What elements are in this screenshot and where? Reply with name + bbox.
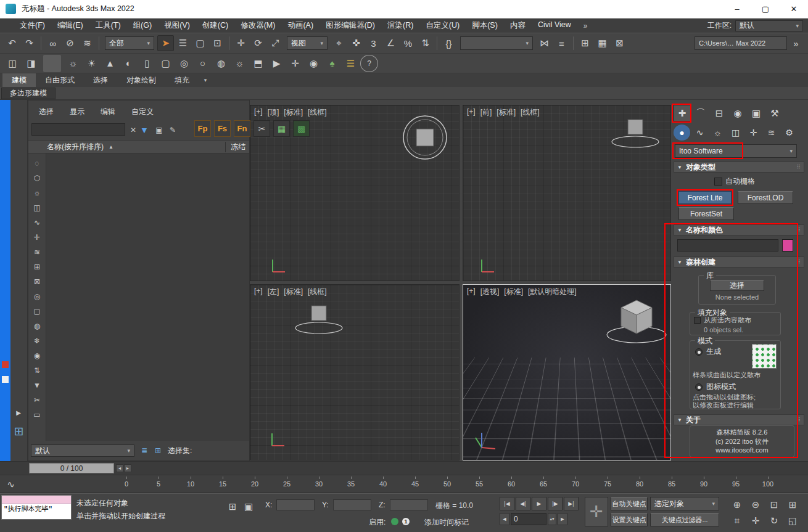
- maximize-viewport-toggle-icon[interactable]: ◱: [783, 513, 802, 529]
- display-none-icon[interactable]: ◌: [31, 156, 43, 171]
- selection-filter-dropdown[interactable]: 全部 ▾: [105, 36, 154, 50]
- next-frame-button[interactable]: |▶: [548, 497, 563, 510]
- grid-view-icon[interactable]: ⊞: [152, 444, 164, 457]
- material-editor-icon[interactable]: ◍: [212, 55, 230, 72]
- ribbon-tab-object-paint[interactable]: 对象绘制: [117, 73, 165, 87]
- viewport-menu-shading[interactable]: [线框]: [308, 287, 327, 297]
- selection-lock-toggle-icon[interactable]: ▣: [242, 499, 255, 515]
- ribbon-tab-selection[interactable]: 选择: [84, 73, 117, 87]
- menu-group[interactable]: 组(G): [127, 20, 159, 31]
- viewport-layout-tabs-icon[interactable]: ⊞: [12, 424, 26, 438]
- render-setup-icon[interactable]: ⬒: [249, 55, 267, 72]
- percent-snap-icon[interactable]: %: [400, 35, 416, 51]
- current-frame-field[interactable]: 0: [511, 513, 546, 525]
- menu-create[interactable]: 创建(C): [196, 20, 234, 31]
- add-time-tag[interactable]: 添加时间标记: [424, 517, 469, 528]
- explorer-tab-edit[interactable]: 编辑: [93, 105, 123, 118]
- key-step-back-button[interactable]: ◄: [500, 513, 509, 525]
- display-materials-icon[interactable]: ◍: [31, 319, 43, 334]
- zoom-icon[interactable]: ⊕: [728, 497, 746, 513]
- create-tab-icon[interactable]: ✚: [674, 105, 691, 121]
- selection-set-dropdown[interactable]: 默认 ▾: [31, 444, 134, 457]
- key-selection-dropdown[interactable]: 选定对象 ▾: [650, 497, 719, 510]
- clear-search-icon[interactable]: ✕: [127, 124, 139, 136]
- expand-panel-arrow-icon[interactable]: ▶: [12, 407, 25, 418]
- viewport-menu-general[interactable]: [+]: [254, 107, 263, 118]
- enable-state-badge[interactable]: 1: [402, 518, 410, 525]
- select-and-scale-icon[interactable]: ⤢: [267, 35, 284, 51]
- display-cameras-icon[interactable]: ◫: [31, 200, 43, 215]
- select-and-rotate-icon[interactable]: ⟳: [250, 35, 266, 51]
- motion-tab-icon[interactable]: ◉: [729, 105, 746, 121]
- display-containers-icon[interactable]: ▢: [31, 304, 43, 319]
- isolate-eye-icon[interactable]: ◉: [305, 55, 323, 72]
- light-lister-icon[interactable]: ☼: [64, 55, 82, 72]
- curve-editor-icon[interactable]: ▦: [594, 35, 611, 51]
- display-lights-icon[interactable]: ☼: [31, 186, 43, 200]
- orbit-icon[interactable]: ↻: [765, 513, 783, 529]
- tab-polygon-modeling[interactable]: 多边形建模: [1, 88, 56, 99]
- align-icon[interactable]: ≡: [553, 35, 570, 51]
- zoom-extents-all-icon[interactable]: ⊞: [783, 497, 802, 513]
- maxscript-mini-listener[interactable]: "执行脚本完毕": [1, 495, 72, 520]
- menu-customize[interactable]: 自定义(U): [419, 20, 466, 31]
- explorer-settings-icon[interactable]: ✎: [167, 124, 179, 136]
- menu-scripting[interactable]: 脚本(S): [466, 20, 504, 31]
- close-button[interactable]: ✕: [780, 0, 808, 18]
- forest-edit-icon[interactable]: ✂: [254, 120, 270, 137]
- display-helpers-icon[interactable]: ✛: [31, 230, 43, 245]
- spacewarps-category-icon[interactable]: ≋: [763, 125, 780, 141]
- snaps-toggle-icon[interactable]: 3: [365, 35, 382, 51]
- hierarchy-tab-icon[interactable]: ⊟: [711, 105, 728, 121]
- zoom-region-icon[interactable]: ⌗: [728, 513, 746, 529]
- rollout-object-type[interactable]: ▼ 对象类型 ⠿: [674, 162, 804, 173]
- menu-rendering[interactable]: 渲染(R): [381, 20, 419, 31]
- ribbon-tab-freeform[interactable]: 自由形式: [36, 73, 84, 87]
- menu-graph-editors[interactable]: 图形编辑器(D): [319, 20, 381, 31]
- forestlod-button[interactable]: ForestLOD: [738, 191, 793, 204]
- light-icon[interactable]: ☼: [231, 55, 249, 72]
- named-selection-dropdown[interactable]: ▾: [460, 36, 533, 50]
- key-step-forward-button[interactable]: ►: [558, 513, 567, 525]
- state-sets-icon[interactable]: ▯: [138, 55, 156, 72]
- select-by-name-icon[interactable]: ☰: [175, 35, 191, 51]
- torus-primitive-icon[interactable]: ◎: [175, 55, 193, 72]
- viewport-perspective[interactable]: [+] [透视] [标准] [默认明暗处理]: [463, 284, 671, 460]
- ring-primitive-icon[interactable]: ○: [194, 55, 212, 72]
- display-spacewarps-icon[interactable]: ≋: [31, 245, 43, 260]
- x-coordinate-field[interactable]: [276, 499, 315, 510]
- display-tab-icon[interactable]: ▣: [748, 105, 765, 121]
- zoom-extents-icon[interactable]: ⊡: [765, 497, 783, 513]
- viewport-left[interactable]: [+] [左] [标准] [线框]: [250, 284, 460, 460]
- select-and-move-icon[interactable]: ✛: [233, 35, 249, 51]
- filter-icon[interactable]: ▼: [31, 378, 43, 393]
- viewport-menu-general[interactable]: [+]: [254, 287, 263, 297]
- forest-tools-button[interactable]: Fn: [234, 120, 250, 137]
- viewport-menu-shading[interactable]: [默认明暗处理]: [528, 287, 577, 297]
- viewport-menu-shading[interactable]: [线框]: [521, 107, 540, 118]
- previous-frame-arrow-icon[interactable]: ◄: [116, 464, 123, 472]
- time-slider-thumb[interactable]: 0 / 100: [29, 463, 114, 473]
- forest-pack-button[interactable]: Fp: [194, 120, 211, 137]
- menu-content[interactable]: 内容: [504, 20, 532, 31]
- ribbon-tab-populate[interactable]: 填充: [165, 73, 199, 87]
- forest-table-icon[interactable]: ▦: [273, 120, 290, 137]
- pan-icon[interactable]: ✛: [746, 513, 765, 529]
- mirror-icon[interactable]: ⋈: [536, 35, 553, 51]
- menu-overflow-icon[interactable]: »: [577, 22, 594, 30]
- menu-file[interactable]: 文件(F): [14, 20, 51, 31]
- project-path-field[interactable]: C:\Users\… Max 2022: [695, 36, 787, 50]
- key-filters-button[interactable]: 关键点过滤器...: [650, 513, 719, 526]
- display-frozen-icon[interactable]: ❄: [31, 334, 43, 348]
- go-to-end-button[interactable]: ▶|: [564, 497, 579, 510]
- display-shapes-icon[interactable]: ∿: [31, 215, 43, 230]
- window-crossing-icon[interactable]: ⊡: [209, 35, 226, 51]
- explorer-tab-select[interactable]: 选择: [31, 105, 62, 118]
- viewport-menu-pov[interactable]: [顶]: [268, 107, 279, 118]
- cone-primitive-icon[interactable]: ▲: [101, 55, 119, 72]
- rollout-about[interactable]: ▼ 关于 ⠿: [674, 414, 804, 425]
- y-coordinate-field[interactable]: [333, 499, 371, 510]
- enable-toggle-icon[interactable]: [391, 518, 398, 525]
- maximize-button[interactable]: ▢: [751, 0, 780, 18]
- lock-icon[interactable]: ▣: [153, 124, 165, 136]
